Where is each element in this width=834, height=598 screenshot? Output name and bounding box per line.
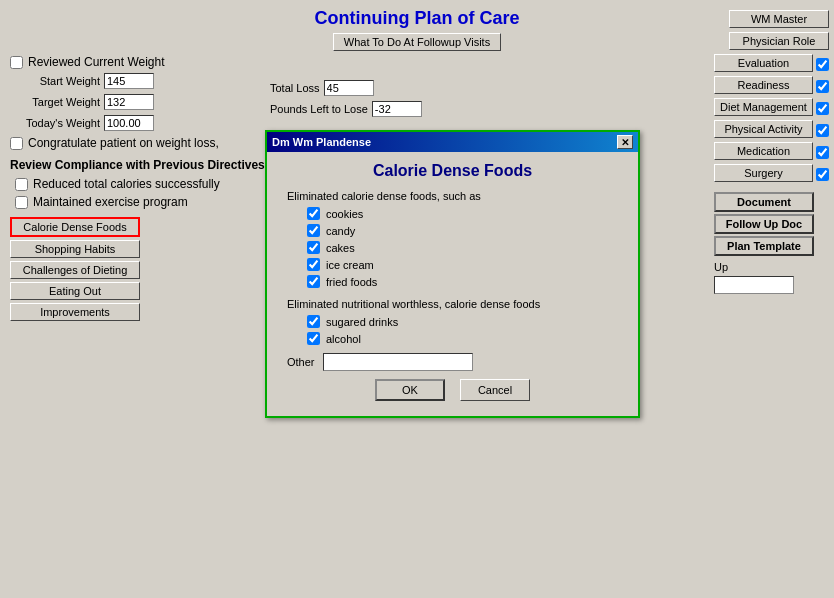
fried-foods-row: fried foods [307, 275, 618, 288]
sugared-drinks-label: sugared drinks [326, 316, 398, 328]
physician-role-button[interactable]: Physician Role [729, 32, 829, 50]
compliance-list: Reduced total calories successfully Main… [15, 177, 270, 209]
reduced-calories-row: Reduced total calories successfully [15, 177, 270, 191]
dialog-section1-text: Eliminated calorie dense foods, such as [287, 190, 618, 202]
up-input[interactable] [714, 276, 794, 294]
todays-weight-label: Today's Weight [10, 117, 100, 129]
maintained-exercise-row: Maintained exercise program [15, 195, 270, 209]
dialog-title-text: Calorie Dense Foods [287, 162, 618, 180]
diet-management-button[interactable]: Diet Management [714, 98, 813, 116]
target-weight-input[interactable] [104, 94, 154, 110]
reviewed-weight-checkbox[interactable] [10, 56, 23, 69]
surgery-checkbox[interactable] [816, 168, 829, 181]
dialog-section2-text: Eliminated nutritional worthless, calori… [287, 298, 618, 310]
start-weight-row: Start Weight 145 [10, 73, 270, 89]
start-weight-input[interactable]: 145 [104, 73, 154, 89]
cakes-checkbox[interactable] [307, 241, 320, 254]
candy-label: candy [326, 225, 355, 237]
start-weight-label: Start Weight [10, 75, 100, 87]
todays-weight-input[interactable] [104, 115, 154, 131]
congratulate-label: Congratulate patient on weight loss, [28, 136, 219, 150]
dialog-titlebar: Dm Wm Plandense ✕ [267, 132, 638, 152]
reduced-calories-checkbox[interactable] [15, 178, 28, 191]
ice-cream-row: ice cream [307, 258, 618, 271]
evaluation-button[interactable]: Evaluation [714, 54, 813, 72]
medication-button[interactable]: Medication [714, 142, 813, 160]
dialog-title-bar-text: Dm Wm Plandense [272, 136, 371, 148]
pounds-left-label: Pounds Left to Lose [270, 103, 368, 115]
main-container: Continuing Plan of Care What To Do At Fo… [0, 0, 834, 598]
readiness-button[interactable]: Readiness [714, 76, 813, 94]
follow-up-doc-button[interactable]: Follow Up Doc [714, 214, 814, 234]
ice-cream-checkbox[interactable] [307, 258, 320, 271]
nav-btn-improvements[interactable]: Improvements [10, 303, 140, 321]
nav-btn-challenges-of-dieting[interactable]: Challenges of Dieting [10, 261, 140, 279]
up-label: Up [714, 261, 829, 273]
alcohol-checkbox[interactable] [307, 332, 320, 345]
maintained-exercise-checkbox[interactable] [15, 196, 28, 209]
nav-btn-shopping-habits[interactable]: Shopping Habits [10, 240, 140, 258]
total-loss-row: Total Loss [270, 80, 470, 96]
sugared-drinks-row: sugared drinks [307, 315, 618, 328]
left-panel: Reviewed Current Weight Start Weight 145… [10, 55, 270, 324]
other-label: Other [287, 356, 315, 368]
fried-foods-label: fried foods [326, 276, 377, 288]
cancel-button[interactable]: Cancel [460, 379, 530, 401]
document-button[interactable]: Document [714, 192, 814, 212]
target-weight-row: Target Weight [10, 94, 270, 110]
physical-activity-button[interactable]: Physical Activity [714, 120, 813, 138]
other-row: Other [287, 353, 618, 371]
surgery-button[interactable]: Surgery [714, 164, 813, 182]
pounds-left-input[interactable] [372, 101, 422, 117]
totals-section: Total Loss Pounds Left to Lose [270, 80, 470, 122]
cakes-label: cakes [326, 242, 355, 254]
maintained-exercise-label: Maintained exercise program [33, 195, 188, 209]
page-title: Continuing Plan of Care [0, 0, 834, 33]
congratulate-row: Congratulate patient on weight loss, [10, 136, 270, 150]
right-panel: WM Master Physician Role Evaluation Read… [714, 10, 829, 297]
cookies-checkbox[interactable] [307, 207, 320, 220]
total-loss-label: Total Loss [270, 82, 320, 94]
evaluation-checkbox[interactable] [816, 58, 829, 71]
plan-template-button[interactable]: Plan Template [714, 236, 814, 256]
pounds-left-row: Pounds Left to Lose [270, 101, 470, 117]
dialog-buttons: OK Cancel [287, 379, 618, 401]
sugared-drinks-checkbox[interactable] [307, 315, 320, 328]
alcohol-row: alcohol [307, 332, 618, 345]
cakes-row: cakes [307, 241, 618, 254]
fried-foods-checkbox[interactable] [307, 275, 320, 288]
dialog: Dm Wm Plandense ✕ Calorie Dense Foods El… [265, 130, 640, 418]
candy-checkbox[interactable] [307, 224, 320, 237]
nav-buttons: Calorie Dense Foods Shopping Habits Chal… [10, 217, 270, 321]
total-loss-input[interactable] [324, 80, 374, 96]
followup-button[interactable]: What To Do At Followup Visits [333, 33, 501, 51]
wm-master-button[interactable]: WM Master [729, 10, 829, 28]
target-weight-label: Target Weight [10, 96, 100, 108]
reviewed-weight-row: Reviewed Current Weight [10, 55, 270, 69]
readiness-checkbox[interactable] [816, 80, 829, 93]
cookies-row: cookies [307, 207, 618, 220]
ok-button[interactable]: OK [375, 379, 445, 401]
physical-activity-checkbox[interactable] [816, 124, 829, 137]
candy-row: candy [307, 224, 618, 237]
medication-checkbox[interactable] [816, 146, 829, 159]
diet-management-checkbox[interactable] [816, 102, 829, 115]
cookies-label: cookies [326, 208, 363, 220]
nav-btn-eating-out[interactable]: Eating Out [10, 282, 140, 300]
dialog-body: Calorie Dense Foods Eliminated calorie d… [267, 152, 638, 416]
congratulate-checkbox[interactable] [10, 137, 23, 150]
compliance-section-title: Review Compliance with Previous Directiv… [10, 158, 270, 172]
nav-btn-calorie-dense-foods[interactable]: Calorie Dense Foods [10, 217, 140, 237]
reviewed-weight-label: Reviewed Current Weight [28, 55, 165, 69]
dialog-close-button[interactable]: ✕ [617, 135, 633, 149]
alcohol-label: alcohol [326, 333, 361, 345]
reduced-calories-label: Reduced total calories successfully [33, 177, 220, 191]
todays-weight-row: Today's Weight [10, 115, 270, 131]
other-input[interactable] [323, 353, 473, 371]
ice-cream-label: ice cream [326, 259, 374, 271]
